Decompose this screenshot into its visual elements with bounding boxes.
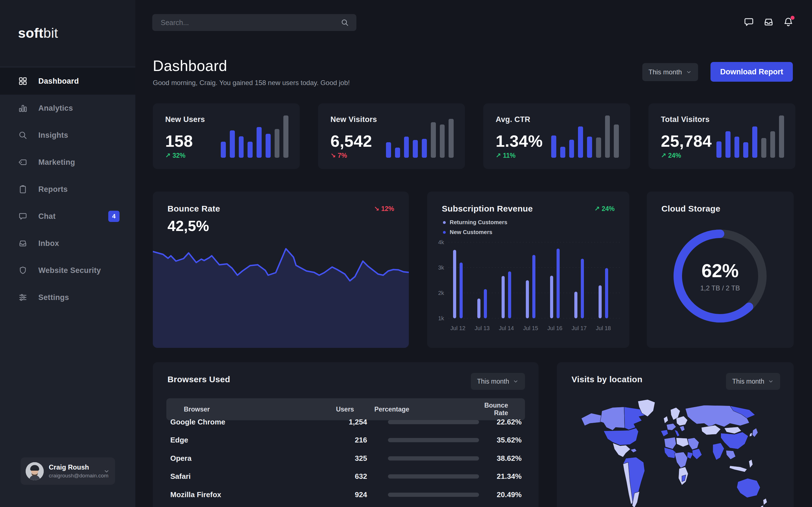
percentage-bar — [388, 493, 479, 497]
visits-period-label: This month — [732, 378, 764, 385]
browsers-period-label: This month — [477, 378, 509, 385]
inbox-icon — [18, 238, 28, 248]
sidebar-item-reports[interactable]: Reports — [0, 176, 135, 203]
percentage-bar — [388, 420, 479, 424]
sidebar-item-website-security[interactable]: Website Security — [0, 257, 135, 284]
bounce-rate-area-chart — [153, 237, 409, 348]
table-row-safari[interactable]: Safari 632 21.34% — [166, 467, 525, 486]
cell-users: 216 — [336, 436, 367, 445]
browsers-used-card: Browsers Used This month Browser Users P… — [153, 362, 539, 507]
table-row-opera[interactable]: Opera 325 38.62% — [166, 449, 525, 467]
sidebar-item-marketing[interactable]: Marketing — [0, 149, 135, 176]
cell-users: 325 — [336, 454, 367, 463]
sidebar-item-label: Reports — [38, 185, 68, 194]
svg-text:1k: 1k — [438, 315, 444, 321]
period-filter-label: This month — [649, 68, 682, 76]
sidebar-item-label: Inbox — [38, 239, 59, 248]
topbar-icons — [743, 16, 794, 27]
avatar — [26, 462, 44, 480]
sidebar-item-chat[interactable]: Chat 4 — [0, 203, 135, 230]
search-input[interactable] — [161, 18, 341, 27]
stat-card-avg-ctr: Avg. CTR 1.34% ↗ 11% — [483, 103, 630, 169]
svg-text:Jul 13: Jul 13 — [474, 325, 490, 331]
sidebar-item-label: Website Security — [38, 266, 101, 275]
sidebar-item-analytics[interactable]: Analytics — [0, 95, 135, 122]
bounce-rate-value: 42,5% — [167, 217, 209, 234]
svg-text:2k: 2k — [438, 290, 444, 296]
svg-text:Jul 17: Jul 17 — [571, 325, 587, 331]
logo-block: softbit — [0, 0, 135, 66]
cell-browser: Mozilla Firefox — [170, 490, 336, 499]
bell-icon[interactable] — [783, 16, 794, 27]
bounce-rate-card: Bounce Rate 42,5% ↘ 12% — [153, 191, 409, 348]
svg-text:4k: 4k — [438, 239, 444, 245]
brand-bold: soft — [18, 25, 43, 41]
search-icon[interactable] — [341, 18, 349, 27]
period-filter-dropdown[interactable]: This month — [642, 63, 698, 81]
subscription-revenue-bar-chart: 4k3k2k1kJul 12Jul 13Jul 14Jul 15Jul 16Ju… — [427, 191, 629, 348]
chevron-down-icon[interactable] — [103, 468, 110, 474]
sidebar-menu: Dashboard Analytics Insights Marketing R… — [0, 68, 135, 311]
sidebar-item-inbox[interactable]: Inbox — [0, 230, 135, 257]
user-meta: Craig Roush craigroush@domain.com — [49, 463, 103, 479]
chat-badge: 4 — [108, 211, 119, 222]
sidebar-item-dashboard[interactable]: Dashboard — [0, 68, 135, 95]
visits-period-dropdown[interactable]: This month — [726, 373, 780, 390]
stat-card-value: 6,542 — [331, 131, 372, 151]
visits-by-location-card: Visits by location This month — [557, 362, 794, 507]
cell-browser: Google Chrome — [170, 418, 336, 427]
brand-logo[interactable]: softbit — [18, 25, 58, 41]
sidebar-item-settings[interactable]: Settings — [0, 284, 135, 311]
svg-text:Jul 14: Jul 14 — [499, 325, 514, 331]
cell-browser: Edge — [170, 436, 336, 445]
cloud-storage-title: Cloud Storage — [661, 204, 720, 214]
stat-card-new-visitors: New Visitors 6,542 ↘ 7% — [318, 103, 465, 169]
shield-icon — [18, 266, 28, 275]
cell-browser: Opera — [170, 454, 336, 463]
cloud-storage-card: Cloud Storage 62% 1,2 TB / 2 TB — [647, 191, 794, 348]
table-row-mozilla-firefox[interactable]: Mozilla Firefox 924 20.49% — [166, 486, 525, 504]
column-users: Users — [325, 406, 354, 413]
browsers-period-dropdown[interactable]: This month — [471, 373, 525, 390]
sidebar-item-insights[interactable]: Insights — [0, 122, 135, 149]
sidebar-item-label: Marketing — [38, 158, 75, 167]
stat-card-total-visitors: Total Visitors 25,784 ↗ 24% — [649, 103, 795, 169]
sidebar-item-label: Settings — [38, 293, 69, 302]
chevron-down-icon — [686, 69, 692, 75]
bars-icon — [18, 103, 28, 113]
stat-sparkline — [386, 115, 454, 158]
stat-sparkline — [551, 115, 619, 158]
subscription-revenue-card: Subscription Revenue ↗ 24% Returning Cus… — [427, 191, 629, 348]
cell-users: 632 — [336, 472, 367, 481]
grid-icon — [18, 76, 28, 86]
cell-bounce-rate: 38.62% — [479, 454, 522, 463]
stat-card-delta: ↗ 24% — [661, 152, 681, 159]
inbox-icon[interactable] — [763, 16, 774, 27]
stat-card-value: 25,784 — [661, 131, 712, 151]
sidebar-item-label: Analytics — [38, 104, 73, 113]
sidebar-item-label: Dashboard — [38, 77, 79, 86]
sidebar-item-label: Chat — [38, 212, 56, 221]
table-row-edge[interactable]: Edge 216 35.62% — [166, 431, 525, 449]
cell-browser: Safari — [170, 472, 336, 481]
cell-bounce-rate: 21.34% — [479, 472, 522, 481]
world-map[interactable] — [570, 395, 773, 507]
svg-text:3k: 3k — [438, 265, 444, 271]
chat-icon[interactable] — [743, 16, 755, 27]
percentage-bar — [388, 438, 479, 442]
cell-users: 1,254 — [336, 418, 367, 427]
column-percentage: Percentage — [374, 406, 485, 413]
download-report-button[interactable]: Download Report — [711, 62, 793, 82]
clipboard-icon — [18, 184, 28, 194]
chat-icon — [18, 212, 28, 221]
table-row-google-chrome[interactable]: Google Chrome 1,254 22.62% — [166, 413, 525, 431]
stat-card-delta: ↗ 11% — [496, 152, 515, 159]
storage-center-label: 62% 1,2 TB / 2 TB — [666, 223, 774, 330]
visits-title: Visits by location — [571, 375, 643, 384]
chevron-down-icon — [768, 378, 774, 385]
search-icon — [18, 130, 28, 140]
bounce-rate-title: Bounce Rate — [167, 204, 220, 214]
user-profile-card[interactable]: Craig Roush craigroush@domain.com — [20, 457, 115, 485]
cell-bounce-rate: 35.62% — [479, 436, 522, 445]
user-name: Craig Roush — [49, 463, 103, 471]
